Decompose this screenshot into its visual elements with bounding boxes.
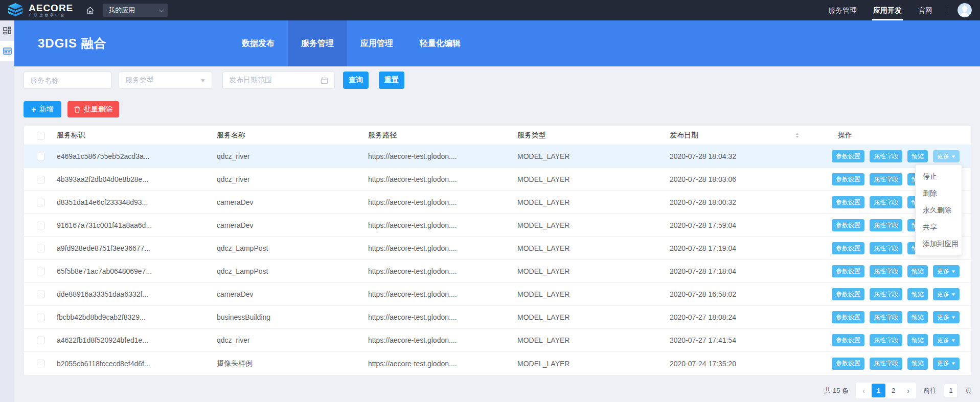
reset-button[interactable]: 重置 xyxy=(379,72,404,89)
more-button[interactable]: 更多 ▼ xyxy=(933,265,960,277)
more-button[interactable]: 更多 ▼ xyxy=(933,334,960,346)
tab-item[interactable]: 轻量化编辑 xyxy=(406,20,474,66)
params-button[interactable]: 参数设置 xyxy=(832,288,864,300)
more-button[interactable]: 更多 ▼ xyxy=(933,358,960,370)
row-checkbox[interactable] xyxy=(37,153,44,160)
home-icon[interactable] xyxy=(85,6,95,15)
fields-button[interactable]: 属性字段 xyxy=(870,358,902,370)
params-button[interactable]: 参数设置 xyxy=(832,311,864,323)
params-button[interactable]: 参数设置 xyxy=(832,265,864,277)
app-banner: 3DGIS 融合 数据发布服务管理应用管理轻量化编辑 xyxy=(14,20,980,66)
batch-delete-button[interactable]: 批量删除 xyxy=(67,101,119,117)
params-button[interactable]: 参数设置 xyxy=(832,334,864,346)
row-checkbox[interactable] xyxy=(37,291,44,298)
next-page-button[interactable]: › xyxy=(901,384,915,397)
row-actions: 参数设置属性字段预览更多 ▼ xyxy=(808,150,971,162)
menu-item[interactable]: 添加到应用 xyxy=(916,235,962,252)
more-button[interactable]: 更多 ▼ xyxy=(933,288,960,300)
fields-button[interactable]: 属性字段 xyxy=(870,173,902,185)
row-actions: 参数设置属性字段预览更多 ▼ xyxy=(808,288,971,300)
row-checkbox[interactable] xyxy=(37,314,44,321)
row-checkbox[interactable] xyxy=(37,176,44,183)
logo-subtitle: 广联达数字中台 xyxy=(29,13,73,17)
fields-button[interactable]: 属性字段 xyxy=(870,265,902,277)
tab-item[interactable]: 应用管理 xyxy=(347,20,406,66)
page-button[interactable]: 1 xyxy=(872,384,885,397)
menu-item[interactable]: 共享 xyxy=(916,219,962,235)
sidebar-item-dashboard[interactable] xyxy=(0,20,14,41)
cell-service-path: https://aecore-test.glodon.... xyxy=(368,360,517,368)
goto-page-input[interactable] xyxy=(944,384,958,397)
row-actions: 参数设置属性字段预览更多 ▼ xyxy=(808,358,971,370)
row-checkbox[interactable] xyxy=(37,222,44,229)
table-row: fbcbb42bd8bd9cab2f8329...businessBuildin… xyxy=(24,306,971,329)
fields-button[interactable]: 属性字段 xyxy=(870,219,902,231)
prev-page-button[interactable]: ‹ xyxy=(857,384,871,397)
logo: AECORE 广联达数字中台 xyxy=(0,3,73,18)
cell-service-type: MODEL_LAYER xyxy=(517,152,670,160)
topnav-link[interactable]: 官网 xyxy=(917,0,933,20)
table-row: a9fd928ede8751f3ee36677...qdcz_LampPosth… xyxy=(24,237,971,260)
cell-publish-date: 2020-07-27 18:08:24 xyxy=(670,313,808,321)
page-button[interactable]: 2 xyxy=(886,384,900,397)
params-button[interactable]: 参数设置 xyxy=(832,242,864,254)
cell-service-id: 65f5b8e71ac7ab0648069e7... xyxy=(57,267,217,275)
fields-button[interactable]: 属性字段 xyxy=(870,334,902,346)
service-type-select[interactable]: 服务类型 ▼ xyxy=(119,72,212,89)
cell-publish-date: 2020-07-28 17:19:04 xyxy=(670,244,808,252)
cell-service-type: MODEL_LAYER xyxy=(517,244,670,252)
topnav-active-link[interactable]: 应用开发 xyxy=(872,0,903,20)
cell-service-path: https://aecore-test.glodon.... xyxy=(368,152,517,160)
sort-carets-icon[interactable]: ▲▼ xyxy=(795,132,799,138)
params-button[interactable]: 参数设置 xyxy=(832,196,864,208)
service-name-input[interactable] xyxy=(24,72,111,89)
cell-service-name: qdcz_river xyxy=(217,152,368,160)
row-checkbox[interactable] xyxy=(37,199,44,206)
add-button[interactable]: + 新增 xyxy=(24,101,61,117)
cell-service-path: https://aecore-test.glodon.... xyxy=(368,267,517,275)
menu-item[interactable]: 停止 xyxy=(916,168,962,185)
trash-icon xyxy=(74,106,80,113)
cell-service-id: 916167a731c001f41a8aa6d... xyxy=(57,221,217,229)
cell-service-id: a4622fb1d8f520924bfed1e... xyxy=(57,336,217,344)
tab-active[interactable]: 服务管理 xyxy=(288,20,347,66)
select-all-checkbox[interactable] xyxy=(37,132,44,139)
fields-button[interactable]: 属性字段 xyxy=(870,196,902,208)
user-avatar[interactable] xyxy=(958,3,972,17)
filter-bar: 服务类型 ▼ 发布日期范围 查询 重置 xyxy=(24,72,972,89)
row-checkbox[interactable] xyxy=(37,245,44,252)
menu-item[interactable]: 删除 xyxy=(916,185,962,202)
params-button[interactable]: 参数设置 xyxy=(832,150,864,162)
row-checkbox[interactable] xyxy=(37,268,44,275)
params-button[interactable]: 参数设置 xyxy=(832,173,864,185)
cell-service-id: e469a1c586755eb52acd3a... xyxy=(57,152,217,160)
row-checkbox[interactable] xyxy=(37,337,44,344)
cell-publish-date: 2020-07-28 18:04:32 xyxy=(670,152,808,160)
tab-item[interactable]: 数据发布 xyxy=(229,20,288,66)
preview-button[interactable]: 预览 xyxy=(907,288,928,300)
publish-date-range-input[interactable]: 发布日期范围 xyxy=(222,72,335,89)
fields-button[interactable]: 属性字段 xyxy=(870,311,902,323)
preview-button[interactable]: 预览 xyxy=(907,150,928,162)
fields-button[interactable]: 属性字段 xyxy=(870,288,902,300)
params-button[interactable]: 参数设置 xyxy=(832,219,864,231)
fields-button[interactable]: 属性字段 xyxy=(870,242,902,254)
more-button[interactable]: 更多 ▼ xyxy=(933,311,960,323)
preview-button[interactable]: 预览 xyxy=(907,358,928,370)
cell-service-id: d8351da14e6cf233348d93... xyxy=(57,198,217,206)
content: 服务类型 ▼ 发布日期范围 查询 重置 + 新增 批量删除 xyxy=(14,66,980,402)
fields-button[interactable]: 属性字段 xyxy=(870,150,902,162)
more-button[interactable]: 更多 ▼ xyxy=(933,150,960,162)
topnav-link[interactable]: 服务管理 xyxy=(827,0,858,20)
preview-button[interactable]: 预览 xyxy=(907,334,928,346)
topbar: AECORE 广联达数字中台 我的应用 服务管理应用开发官网 xyxy=(0,0,980,20)
app-select[interactable]: 我的应用 xyxy=(103,4,168,17)
preview-button[interactable]: 预览 xyxy=(907,265,928,277)
row-checkbox[interactable] xyxy=(37,360,44,367)
menu-item[interactable]: 永久删除 xyxy=(916,202,962,219)
sidebar-item-services[interactable] xyxy=(0,41,14,61)
pager: ‹ 12 › xyxy=(856,383,916,398)
preview-button[interactable]: 预览 xyxy=(907,311,928,323)
search-button[interactable]: 查询 xyxy=(343,72,369,89)
params-button[interactable]: 参数设置 xyxy=(832,358,864,370)
